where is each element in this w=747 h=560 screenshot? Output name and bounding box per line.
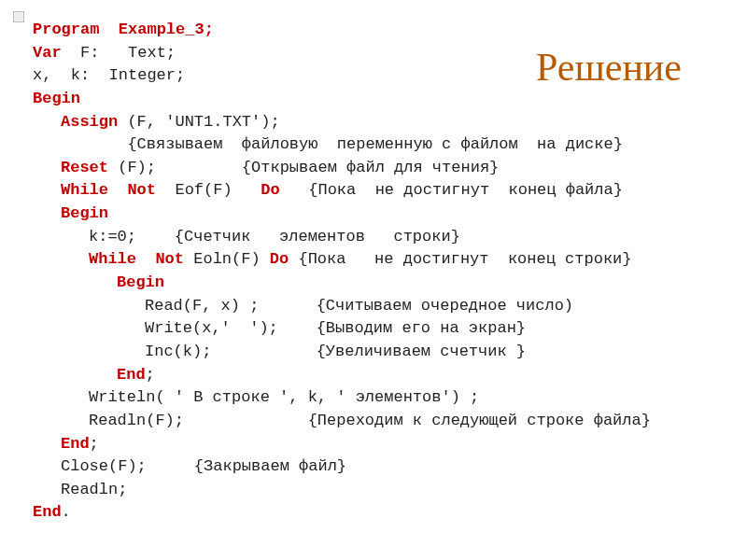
code-text: Eof(F) xyxy=(156,181,261,199)
keyword-end: End xyxy=(61,435,90,453)
keyword-assign: Assign xyxy=(61,113,118,131)
code-line: Begin xyxy=(33,272,719,295)
code-text: ; xyxy=(90,435,99,453)
code-text: Readln; xyxy=(61,481,127,498)
code-line: k:=0; {Счетчик элементов строки} xyxy=(33,226,719,249)
code-line: Assign (F, 'UNT1.TXT'); xyxy=(33,111,719,134)
code-text: . xyxy=(62,503,71,521)
code-text: Readln(F); {Переходим к следующей строке… xyxy=(89,412,651,429)
code-text xyxy=(108,181,127,199)
keyword-end: End xyxy=(33,503,62,521)
code-text: {Пока не достигнут конец строки} xyxy=(289,250,631,268)
keyword-var: Var xyxy=(33,44,62,62)
code-line: End. xyxy=(33,501,719,525)
code-line: Program Example_3; xyxy=(33,19,719,42)
code-line: Readln(F); {Переходим к следующей строке… xyxy=(33,410,719,433)
code-line: End; xyxy=(33,433,719,456)
code-line: {Связываем файловую переменную с файлом … xyxy=(33,133,719,157)
keyword-while: While xyxy=(61,181,108,199)
code-text: {Пока не достигнут конец файла} xyxy=(280,181,623,199)
code-line: Close(F); {Закрываем файл} xyxy=(33,455,719,479)
code-text: Write(x,' '); {Выводим его на экран} xyxy=(145,319,526,337)
code-text: (F, 'UNT1.TXT'); xyxy=(118,113,279,131)
keyword-while: While xyxy=(89,250,136,268)
code-text: x, k: Integer; xyxy=(33,66,185,84)
code-line: End; xyxy=(33,364,719,387)
slide-title: Решение xyxy=(536,45,682,90)
code-line: Begin xyxy=(33,203,719,226)
code-text: Writeln( ' В строке ', k, ' элементов') … xyxy=(89,388,479,406)
code-line: Begin xyxy=(33,88,719,111)
keyword-reset: Reset xyxy=(61,159,108,176)
keyword-begin: Begin xyxy=(117,273,164,291)
code-comment: {Связываем файловую переменную с файлом … xyxy=(61,135,623,153)
slide-container: Решение Program Example_3; Var F: Text; … xyxy=(0,0,747,543)
code-text: k:=0; {Счетчик элементов строки} xyxy=(89,228,460,245)
code-text: Read(F, x) ; {Считываем очередное число) xyxy=(145,297,573,315)
keyword-end: End xyxy=(117,366,146,384)
code-text: Close(F); {Закрываем файл} xyxy=(61,457,346,475)
code-line: Read(F, x) ; {Считываем очередное число) xyxy=(33,295,719,318)
code-block: Program Example_3; Var F: Text; x, k: In… xyxy=(33,19,719,525)
code-line: Readln; xyxy=(33,479,719,502)
code-line: Writeln( ' В строке ', k, ' элементов') … xyxy=(33,386,719,410)
corner-square-icon xyxy=(13,11,24,22)
code-text: Inc(k); {Увеличиваем счетчик } xyxy=(145,343,526,360)
keyword-do: Do xyxy=(261,181,279,199)
keyword-program: Program xyxy=(33,21,99,38)
code-line: Reset (F); {Открываем файл для чтения} xyxy=(33,157,719,180)
keyword-begin: Begin xyxy=(33,90,80,107)
code-text: (F); {Открываем файл для чтения} xyxy=(108,159,499,176)
code-line: Inc(k); {Увеличиваем счетчик } xyxy=(33,341,719,364)
code-line: While Not Eof(F) Do {Пока не достигнут к… xyxy=(33,179,719,203)
code-text: Eoln(F) xyxy=(184,250,270,268)
code-line: While Not Eoln(F) Do {Пока не достигнут … xyxy=(33,248,719,272)
keyword-begin: Begin xyxy=(61,204,108,222)
keyword-not: Not xyxy=(155,250,184,268)
code-text: F: Text; xyxy=(62,44,176,62)
keyword-do: Do xyxy=(270,250,289,268)
keyword-not: Not xyxy=(127,181,156,199)
code-text xyxy=(136,250,155,268)
program-name: Example_3; xyxy=(99,21,213,38)
code-text: ; xyxy=(146,366,155,384)
code-line: Write(x,' '); {Выводим его на экран} xyxy=(33,317,719,341)
